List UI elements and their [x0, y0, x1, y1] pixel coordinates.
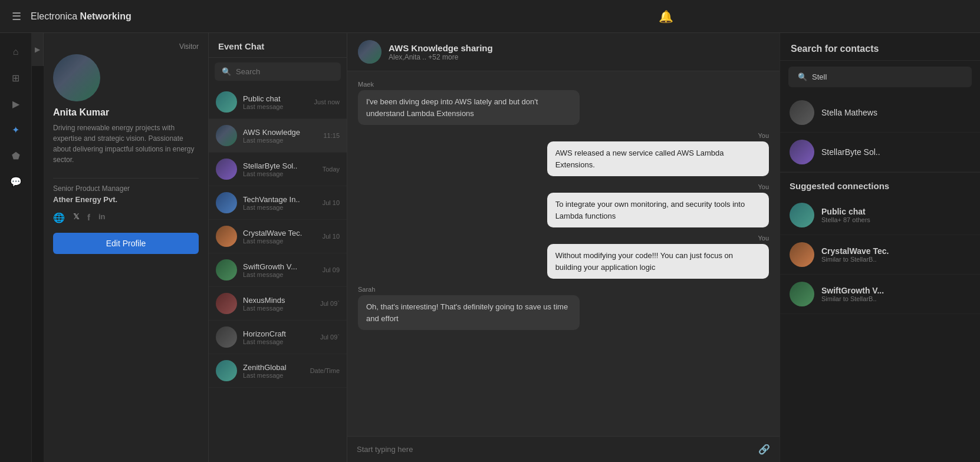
message-sender: Maek — [358, 81, 374, 88]
chat-list-panel: Event Chat 🔍 Public chat Last message Ju… — [209, 33, 347, 462]
chat-list-item[interactable]: NexusMinds Last message Jul 09` — [209, 287, 347, 321]
profile-company: Ather Energy Pvt. — [53, 195, 199, 204]
chat-item-name: Public chat — [243, 94, 308, 103]
suggested-avatar — [790, 282, 814, 306]
bell-icon[interactable]: 🔔 — [659, 9, 673, 24]
message-bubble: AWS released a new service called AWS La… — [547, 141, 769, 176]
suggested-sub: Similar to StellarB.. — [821, 295, 971, 302]
chat-input[interactable] — [357, 445, 752, 454]
chat-search-bar[interactable]: 🔍 — [215, 62, 341, 81]
main-layout: ⌂ ⊞ ▶ ✦ ⬟ 💬 ▶ Visitor Anita Kumar Drivin… — [0, 33, 980, 462]
chat-list-item[interactable]: StellarByte Sol.. Last message Today — [209, 153, 347, 186]
chat-header-avatar — [358, 40, 382, 64]
chat-item-time: Just now — [314, 98, 340, 105]
message-bubble: Oh, that's interesting! That's definitel… — [358, 295, 580, 330]
chat-item-info: CrystalWave Tec. Last message — [243, 229, 317, 245]
profile-bio: Driving renewable energy projects with e… — [53, 123, 199, 165]
sidebar-item-grid[interactable]: ⊞ — [4, 66, 28, 90]
suggested-sub: Similar to StellarB.. — [821, 256, 971, 263]
attach-icon[interactable]: 🔗 — [758, 444, 770, 455]
suggested-item[interactable]: Public chat Stella+ 87 others — [780, 196, 980, 235]
visitor-badge: Visitor — [53, 42, 199, 51]
message-bubble: I've been diving deep into AWS lately an… — [358, 90, 580, 125]
chat-item-info: ZenithGlobal Last message — [243, 363, 304, 379]
social-twitter-icon[interactable]: 𝕏 — [73, 212, 79, 223]
chat-list-item[interactable]: AWS Knowledge Last message 11:15 — [209, 119, 347, 153]
suggested-item[interactable]: SwiftGrowth V... Similar to StellarB.. — [780, 275, 980, 314]
right-sidebar: Search for contacts 🔍 Stella Mathews Ste… — [780, 33, 980, 462]
chat-list-item[interactable]: HorizonCraft Last message Jul 09` — [209, 321, 347, 354]
edit-profile-button[interactable]: Edit Profile — [53, 233, 199, 254]
topbar: ☰ Electronica Networking 🔔 — [0, 0, 980, 33]
chat-item-last-message: Last message — [243, 103, 308, 110]
contact-item[interactable]: StellarByte Sol.. — [780, 133, 980, 172]
message-wrapper: YouAWS released a new service called AWS… — [358, 132, 769, 176]
chat-item-last-message: Last message — [243, 237, 317, 245]
chat-list-item[interactable]: TechVantage In.. Last message Jul 10 — [209, 186, 347, 220]
message-sender: You — [758, 235, 769, 242]
right-search-results: Stella Mathews StellarByte Sol.. — [780, 93, 980, 172]
contact-name: Stella Mathews — [821, 108, 877, 117]
chat-list-item[interactable]: SwiftGrowth V... Last message Jul 09 — [209, 253, 347, 287]
chat-item-name: HorizonCraft — [243, 329, 314, 338]
contact-avatar — [790, 100, 814, 125]
chat-messages: MaekI've been diving deep into AWS latel… — [347, 71, 780, 436]
message-wrapper: YouTo integrate your own monitoring, and… — [358, 183, 769, 227]
contact-item[interactable]: Stella Mathews — [780, 93, 980, 133]
chat-list-header: Event Chat — [209, 33, 347, 58]
suggested-items: Public chat Stella+ 87 others CrystalWav… — [780, 196, 980, 314]
contact-avatar — [790, 140, 814, 164]
chat-item-info: HorizonCraft Last message — [243, 329, 314, 345]
chat-list-item[interactable]: Public chat Last message Just now — [209, 85, 347, 119]
message-wrapper: YouWithout modifying your code!!! You ca… — [358, 235, 769, 279]
suggested-name: SwiftGrowth V... — [821, 286, 971, 295]
avatar — [53, 54, 100, 101]
suggested-avatar — [790, 242, 814, 267]
suggested-name: CrystalWave Tec. — [821, 246, 971, 256]
profile-role: Senior Product Manager — [53, 184, 199, 193]
right-sidebar-header: Search for contacts — [780, 33, 980, 61]
profile-name: Anita Kumar — [53, 107, 199, 118]
expand-toggle[interactable]: ▶ — [32, 33, 44, 66]
chat-item-name: AWS Knowledge — [243, 128, 317, 137]
sidebar-item-network[interactable]: ✦ — [4, 118, 28, 141]
chat-list-item[interactable]: CrystalWave Tec. Last message Jul 10 — [209, 220, 347, 253]
chat-item-avatar — [216, 360, 237, 381]
chat-item-info: StellarByte Sol.. Last message — [243, 161, 317, 177]
chat-item-info: TechVantage In.. Last message — [243, 195, 317, 211]
chat-item-time: Jul 09 — [323, 266, 340, 273]
chat-item-info: NexusMinds Last message — [243, 296, 314, 312]
right-search-bar[interactable]: 🔍 — [788, 67, 972, 87]
chat-search-input[interactable] — [236, 67, 334, 76]
sidebar-item-store[interactable]: ⬟ — [4, 144, 28, 167]
social-web-icon[interactable]: 🌐 — [53, 212, 65, 223]
topbar-title: Electronica Networking — [31, 11, 131, 22]
sidebar-item-video[interactable]: ▶ — [4, 92, 28, 116]
chat-item-time: Jul 10 — [323, 199, 340, 206]
chat-item-avatar — [216, 192, 237, 213]
right-search-input[interactable] — [812, 72, 962, 81]
message-sender: You — [758, 132, 769, 139]
chat-list-item[interactable]: ZenithGlobal Last message Date/Time — [209, 354, 347, 388]
chat-item-last-message: Last message — [243, 305, 314, 312]
chat-item-avatar — [216, 226, 237, 247]
social-linkedin-icon[interactable]: in — [98, 212, 106, 223]
suggested-item[interactable]: CrystalWave Tec. Similar to StellarB.. — [780, 235, 980, 275]
chat-item-last-message: Last message — [243, 271, 317, 278]
chat-header-info: AWS Knowledge sharing Alex,Anita .. +52 … — [389, 43, 769, 61]
suggested-info: SwiftGrowth V... Similar to StellarB.. — [821, 286, 971, 302]
sidebar-item-home[interactable]: ⌂ — [4, 40, 28, 64]
chat-header: AWS Knowledge sharing Alex,Anita .. +52 … — [347, 33, 780, 71]
social-facebook-icon[interactable]: f — [87, 212, 90, 223]
sidebar-item-chat[interactable]: 💬 — [4, 170, 28, 193]
chat-header-members: Alex,Anita .. +52 more — [389, 53, 769, 61]
message-sender: You — [758, 183, 769, 190]
message-wrapper: SarahOh, that's interesting! That's defi… — [358, 286, 769, 330]
chat-item-avatar — [216, 91, 237, 113]
profile-panel: Visitor Anita Kumar Driving renewable en… — [44, 33, 209, 462]
menu-icon[interactable]: ☰ — [12, 10, 21, 23]
chat-main: AWS Knowledge sharing Alex,Anita .. +52 … — [347, 33, 780, 462]
chat-item-avatar — [216, 159, 237, 180]
message-wrapper: MaekI've been diving deep into AWS latel… — [358, 81, 769, 125]
suggested-name: Public chat — [821, 207, 971, 216]
